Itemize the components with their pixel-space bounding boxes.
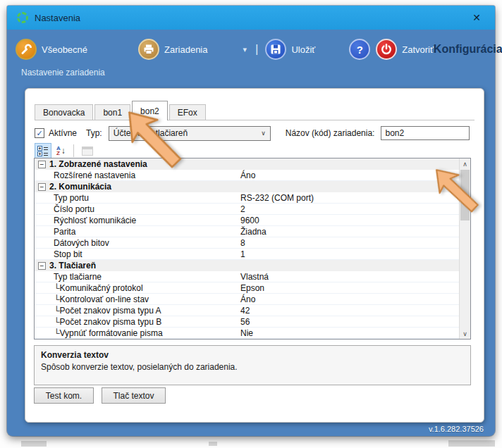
grid-row[interactable]: └Komunikačný protokolEpson xyxy=(35,282,459,294)
mini-toolbar-separator xyxy=(73,144,74,157)
property-pages-icon xyxy=(82,147,93,156)
version-label: v.1.6.282.37526 xyxy=(429,425,484,433)
grid-row-value: Áno xyxy=(240,294,255,304)
collapse-icon[interactable]: − xyxy=(38,183,46,191)
close-app-button-label: Zatvoriť xyxy=(402,44,434,55)
grid-row[interactable]: └Počet znakov pisma typu B56 xyxy=(35,316,459,328)
property-description-panel: Konverzia textov Spôsob konverzie textov… xyxy=(34,345,471,385)
print-texts-button[interactable]: Tlač textov xyxy=(102,387,166,404)
grid-row[interactable]: Typ tlačiarneVlastná xyxy=(35,271,459,282)
grid-row-value: Nie xyxy=(240,328,253,338)
grid-category-row[interactable]: −3. Tlačiareň xyxy=(35,260,459,271)
content-panel: Bonovackabon1bon2EFox ✓ Aktívne Typ: Účt… xyxy=(25,88,484,423)
device-name-input[interactable]: bon2 xyxy=(381,126,470,140)
grid-row[interactable]: ParitaŽiadna xyxy=(35,226,459,237)
active-checkbox-label: Aktívne xyxy=(49,128,77,138)
section-heading: Konfigurácia xyxy=(434,43,502,56)
scroll-up-icon[interactable]: ∧ xyxy=(460,158,470,169)
general-button-label: Všeobecné xyxy=(42,44,87,55)
save-button[interactable]: Uložiť xyxy=(265,39,315,60)
grid-row-label: └Vypnúť formátovanie pisma xyxy=(54,328,163,338)
devices-button[interactable]: Zariadenia xyxy=(138,39,207,60)
active-checkbox[interactable]: ✓ xyxy=(35,128,44,138)
grid-row[interactable]: Rýchlosť komunikácie9600 xyxy=(35,215,459,226)
grid-row-value: 2 xyxy=(240,204,245,214)
grid-row[interactable]: Typ portuRS-232 (COM port) xyxy=(35,192,459,204)
grid-row-label: Dátových bitov xyxy=(54,238,109,248)
grid-row-label: Stop bit xyxy=(54,249,82,259)
grid-row-value: RS-232 (COM port) xyxy=(240,193,314,203)
grid-row-value: Epson xyxy=(240,283,264,293)
sort-arrow-icon: ↓ xyxy=(61,146,66,156)
grid-row[interactable]: └Kontrolovať on-line stavÁno xyxy=(35,294,459,305)
grid-row[interactable]: Dátových bitov8 xyxy=(35,237,459,249)
close-app-button[interactable]: Zatvoriť xyxy=(376,39,434,60)
devices-dropdown-icon[interactable]: ▾ xyxy=(243,45,247,54)
grid-row-value: Vlastná xyxy=(240,272,269,282)
sort-alphabetical-button[interactable]: A Z ↓ xyxy=(54,143,68,158)
grid-category-row[interactable]: −1. Zobrazené nastavenia xyxy=(35,158,459,170)
printer-icon xyxy=(138,39,159,60)
grid-row-label: └Komunikačný protokol xyxy=(54,283,143,293)
scroll-down-icon[interactable]: ∨ xyxy=(460,328,470,339)
floppy-save-icon xyxy=(265,39,286,60)
background-window-edge xyxy=(209,442,217,446)
settings-window: Nastavenia ✕ Všeobecné Zariadenia xyxy=(7,6,495,436)
grid-rows: −1. Zobrazené nastaveniaRozšírené nastav… xyxy=(35,158,459,339)
device-name-value: bon2 xyxy=(385,128,404,138)
collapse-icon[interactable]: − xyxy=(38,262,46,270)
grid-category-row[interactable]: −2. Komunikácia xyxy=(35,181,459,192)
grid-row[interactable]: Stop bit1 xyxy=(35,249,459,260)
grid-row-label: Typ portu xyxy=(54,193,89,203)
app-logo-icon xyxy=(17,12,28,23)
property-description-text: Spôsob konverzie textov, posielaných do … xyxy=(41,362,464,372)
grid-category-label: 3. Tlačiareň xyxy=(49,261,96,270)
test-communication-button[interactable]: Test kom. xyxy=(34,387,94,404)
grid-row-value: 8 xyxy=(240,238,245,248)
grid-row-label: Parita xyxy=(54,227,75,237)
grid-row-label: Číslo portu xyxy=(54,204,94,214)
tab-efox[interactable]: EFox xyxy=(169,104,206,120)
general-button[interactable]: Všeobecné xyxy=(16,39,87,60)
categorized-view-button[interactable] xyxy=(35,143,51,158)
help-button[interactable]: ? xyxy=(349,39,370,60)
background-desktop xyxy=(0,438,502,448)
grid-row[interactable]: Číslo portu2 xyxy=(35,204,459,215)
categorized-icon xyxy=(37,146,49,156)
grid-row-label: Rýchlosť komunikácie xyxy=(54,216,136,225)
grid-row[interactable]: Rozšírené nastaveniaÁno xyxy=(35,170,459,181)
grid-row[interactable]: └Vypnúť formátovanie pismaNie xyxy=(35,328,459,339)
grid-category-label: 2. Komunikácia xyxy=(49,182,111,192)
grid-row-value: 42 xyxy=(240,306,250,316)
grid-row-value: Áno xyxy=(240,170,255,180)
help-icon: ? xyxy=(349,39,370,60)
grid-row-label: └Počet znakov pisma typu A xyxy=(54,306,161,316)
grid-row-value: 1 xyxy=(240,249,245,259)
grid-row-label: └Počet znakov pisma typu B xyxy=(54,317,161,327)
type-label: Typ: xyxy=(86,128,102,138)
power-icon xyxy=(376,39,397,60)
page-subtitle: Nastavenie zariadenia xyxy=(21,68,495,77)
background-window-edge xyxy=(448,440,495,447)
main-toolbar: Všeobecné Zariadenia ▾ | xyxy=(7,30,495,60)
device-name-label: Názov (kód) zariadenia: xyxy=(286,128,375,138)
background-window-edge xyxy=(21,441,47,447)
grid-row-value: Žiadna xyxy=(240,227,267,237)
property-grid: −1. Zobrazené nastaveniaRozšírené nastav… xyxy=(34,158,471,340)
grid-row-value: 56 xyxy=(240,317,250,327)
collapse-icon[interactable]: − xyxy=(38,161,46,168)
grid-row-label: Typ tlačiarne xyxy=(54,272,102,282)
check-icon: ✓ xyxy=(36,129,42,138)
property-description-title: Konverzia textov xyxy=(41,350,464,360)
toolbar-separator: | xyxy=(255,42,258,56)
grid-row[interactable]: └Počet znakov pisma typu A42 xyxy=(35,305,459,316)
devices-button-label: Zariadenia xyxy=(164,44,207,55)
sort-az-icon: A Z xyxy=(56,146,61,156)
close-window-button[interactable]: ✕ xyxy=(468,11,485,25)
wrench-icon xyxy=(16,39,37,60)
chevron-down-icon: ∨ xyxy=(261,130,266,137)
tab-bonovacka[interactable]: Bonovacka xyxy=(35,104,93,120)
grid-row-label: Rozšírené nastavenia xyxy=(54,170,135,180)
grid-row-label: └Kontrolovať on-line stav xyxy=(54,294,149,304)
save-button-label: Uložiť xyxy=(291,44,315,55)
